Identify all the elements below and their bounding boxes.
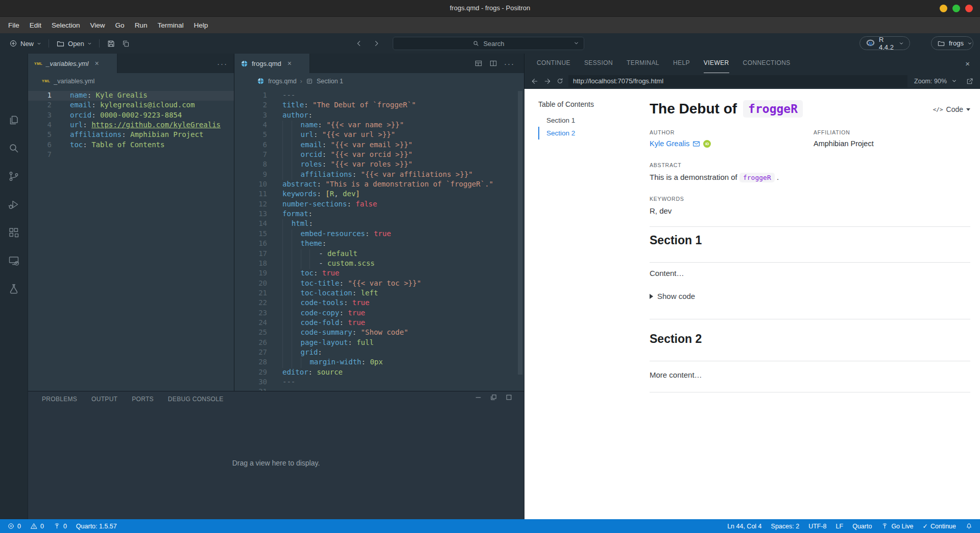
tab-viewer[interactable]: VIEWER — [704, 54, 729, 73]
tab-continue[interactable]: CONTINUE — [537, 54, 570, 73]
email-icon[interactable] — [692, 140, 700, 148]
tab-frogs-qmd[interactable]: frogs.qmd × — [234, 54, 310, 73]
menu-go[interactable]: Go — [110, 17, 130, 34]
code-line[interactable]: 2email: kylegrealis@icloud.com — [28, 101, 234, 110]
tab-connections[interactable]: CONNECTIONS — [743, 54, 791, 73]
code-line[interactable]: 19toc: true — [234, 269, 524, 279]
code-line[interactable]: 9affiliations: "{{< var affiliations >}}… — [234, 170, 524, 180]
save-all-button[interactable] — [118, 39, 133, 48]
project-selector[interactable]: frogs — [931, 36, 973, 50]
forward-icon[interactable] — [543, 77, 552, 85]
back-icon[interactable] — [531, 77, 539, 85]
code-line[interactable]: 11keywords: [R, dev] — [234, 190, 524, 199]
tab-overflow-button[interactable]: ··· — [217, 54, 228, 73]
restore-panel-icon[interactable] — [490, 393, 497, 401]
navigate-back-icon[interactable] — [355, 39, 363, 48]
tab-session[interactable]: SESSION — [584, 54, 613, 73]
code-tools-button[interactable]: </> Code — [933, 105, 970, 113]
menu-view[interactable]: View — [85, 17, 110, 34]
close-tab-icon[interactable]: × — [288, 59, 292, 67]
status-bell[interactable] — [965, 522, 973, 530]
menu-edit[interactable]: Edit — [25, 17, 46, 34]
code-line[interactable]: 21toc-location: left — [234, 289, 524, 298]
viewer-zoom-select[interactable]: Zoom: 90% — [914, 78, 947, 85]
status-check[interactable]: ✓Continue — [922, 522, 956, 530]
orcid-icon[interactable]: iD — [703, 140, 711, 148]
new-button[interactable]: New — [6, 39, 44, 48]
menu-help[interactable]: Help — [188, 17, 213, 34]
code-line[interactable]: 12number-sections: false — [234, 200, 524, 210]
activity-testing-icon[interactable] — [8, 283, 20, 295]
activity-search-icon[interactable] — [8, 142, 20, 154]
open-external-icon[interactable] — [966, 77, 974, 85]
code-line[interactable]: 22code-tools: true — [234, 298, 524, 308]
code-line[interactable]: 31 — [234, 387, 524, 391]
code-line[interactable]: 5url: "{{< var url >}}" — [234, 130, 524, 140]
minimize-panel-icon[interactable] — [474, 393, 482, 401]
code-line[interactable]: 14html: — [234, 219, 524, 229]
toc-item-section-1[interactable]: Section 1 — [538, 114, 638, 127]
status-ports[interactable]: 0 — [53, 522, 67, 530]
status-broadcast[interactable]: Go Live — [881, 522, 913, 530]
split-editor-icon[interactable] — [489, 59, 497, 67]
code-line[interactable]: 7orcid: "{{< var orcid >}}" — [234, 150, 524, 160]
editor-content-variables[interactable]: 1name: Kyle Grealis2email: kylegrealis@i… — [28, 89, 234, 391]
tab-variables-yml[interactable]: YML _variables.yml × — [28, 54, 117, 73]
code-line[interactable]: 17- default — [234, 249, 524, 259]
close-button[interactable] — [965, 5, 973, 12]
code-line[interactable]: 15embed-resources: true — [234, 229, 524, 239]
status-ln-44-col-4[interactable]: Ln 44, Col 4 — [727, 523, 761, 530]
code-line[interactable]: 29editor: source — [234, 368, 524, 378]
minimize-button[interactable] — [940, 5, 947, 12]
show-code-toggle[interactable]: Show code — [650, 292, 695, 300]
code-line[interactable]: 30--- — [234, 378, 524, 387]
author-link[interactable]: Kyle Grealis — [650, 140, 689, 148]
code-line[interactable]: 4url: https://github.com/kyleGrealis — [28, 121, 234, 130]
navigate-forward-icon[interactable] — [372, 39, 380, 48]
code-line[interactable]: 6toc: Table of Contents — [28, 141, 234, 150]
status-error[interactable]: 0 — [7, 522, 21, 530]
activity-source-control-icon[interactable] — [8, 170, 20, 182]
activity-remote-explorer-icon[interactable] — [8, 254, 20, 267]
status-spaces-2[interactable]: Spaces: 2 — [771, 523, 800, 530]
status-quarto[interactable]: Quarto — [852, 523, 872, 530]
tab-help[interactable]: HELP — [673, 54, 690, 73]
code-line[interactable]: 28margin-width: 0px — [234, 358, 524, 367]
code-line[interactable]: 5affiliations: Amphibian Project — [28, 130, 234, 140]
panel-tab-problems[interactable]: PROBLEMS — [42, 396, 77, 403]
maximize-button[interactable] — [952, 5, 960, 12]
panel-tab-output[interactable]: OUTPUT — [91, 396, 117, 403]
code-line[interactable]: 8roles: "{{< var roles >}}" — [234, 160, 524, 170]
maximize-panel-icon[interactable] — [505, 393, 513, 401]
reload-icon[interactable] — [556, 77, 564, 85]
menu-file[interactable]: File — [3, 17, 25, 34]
code-line[interactable]: 25code-summary: "Show code" — [234, 328, 524, 338]
panel-tab-debug-console[interactable]: DEBUG CONSOLE — [168, 396, 224, 403]
status-lf[interactable]: LF — [836, 523, 844, 530]
code-line[interactable]: 1name: Kyle Grealis — [28, 91, 234, 101]
search-input[interactable]: Search — [393, 37, 584, 50]
status-utf-8[interactable]: UTF-8 — [808, 523, 826, 530]
editor-scrollbar[interactable] — [518, 91, 522, 375]
code-line[interactable]: 3orcid: 0000-0002-9223-8854 — [28, 111, 234, 121]
status-warning[interactable]: 0 — [30, 522, 44, 530]
toc-item-section-2[interactable]: Section 2 — [538, 127, 638, 140]
code-line[interactable]: 24code-fold: true — [234, 318, 524, 328]
breadcrumb[interactable]: YML _variables.yml — [28, 73, 234, 89]
breadcrumb[interactable]: frogs.qmd › Section 1 — [234, 73, 524, 89]
code-line[interactable]: 2title: "The Debut of `froggeR`" — [234, 101, 524, 110]
open-button[interactable]: Open — [53, 39, 95, 48]
tab-terminal[interactable]: TERMINAL — [627, 54, 659, 73]
code-line[interactable]: 27grid: — [234, 348, 524, 358]
chevron-down-icon[interactable] — [573, 40, 579, 46]
code-line[interactable]: 10abstract: "This is a demonstration of … — [234, 180, 524, 190]
code-line[interactable]: 13format: — [234, 210, 524, 219]
code-line[interactable]: 18- custom.scss — [234, 259, 524, 269]
code-line[interactable]: 16theme: — [234, 239, 524, 249]
code-line[interactable]: 20toc-title: "{{< var toc >}}" — [234, 279, 524, 289]
code-line[interactable]: 1--- — [234, 91, 524, 101]
status-quarto-1-5-57[interactable]: Quarto: 1.5.57 — [76, 523, 117, 530]
editor-actions-more-button[interactable]: ··· — [504, 59, 515, 68]
menu-selection[interactable]: Selection — [46, 17, 85, 34]
activity-extensions-icon[interactable] — [8, 226, 20, 239]
